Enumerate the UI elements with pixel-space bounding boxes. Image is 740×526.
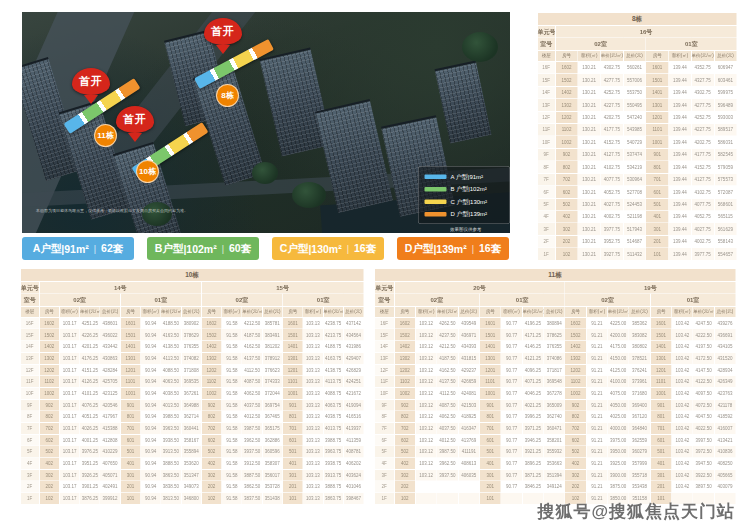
cell: 423763 [714,387,735,399]
tree [142,202,172,226]
cell: 4038.75 [323,411,343,423]
cell: 355718 [629,469,650,481]
cell: 3900.00 [608,469,629,481]
cell: 房号 [394,306,415,317]
cell: 101 [283,493,303,505]
cell: 1501 [120,329,140,341]
cell: 139.44 [669,136,692,148]
cell: 367465 [262,411,282,423]
cell: 802 [201,411,221,423]
cell: 202 [201,481,221,493]
cell: 91.58 [222,446,242,458]
cell: 424081 [458,387,479,399]
cell: 90.77 [501,446,522,458]
cell: 139.44 [669,173,692,185]
cell: 1102 [394,376,415,388]
cell: 601 [650,434,671,446]
table-row: 8F802103.124062.5041892580190.773996.253… [374,411,736,423]
cell: 501 [283,446,303,458]
cell: 4202.75 [601,111,624,123]
cell: 3971.25 [522,422,543,434]
cell: 1001 [646,136,669,148]
cell: 3988.75 [323,434,343,446]
cell: 8F [20,411,39,423]
cell: 单价(元/㎡) [80,306,100,317]
cell: 3813.50 [161,493,181,505]
cell: 3938.50 [161,434,181,446]
cell: 90.77 [501,422,522,434]
cell: 4212.50 [437,341,458,353]
cell: 802 [394,411,415,423]
table-row: 16F1602103.124262.50439549160190.774196.… [374,317,736,329]
cell: 139.44 [669,248,692,260]
cell: 4212.50 [242,317,262,329]
cell: 514687 [623,235,646,247]
cell: 103.12 [415,434,436,446]
cell: 103.17 [59,376,79,388]
cell: 139.44 [669,148,692,160]
cell: 434564 [343,329,363,341]
cell: 358201 [544,434,565,446]
cell: 总价(元) [262,306,282,317]
cell: 90.77 [501,434,522,446]
cell: 349124 [544,481,565,493]
cell: 1401 [646,86,669,98]
banner-type: B户型 [155,242,184,256]
cell: 3975.00 [608,434,629,446]
cell: 90.94 [141,317,161,329]
cell: 14F [537,86,555,98]
cell: 3838.50 [161,481,181,493]
cell: 357999 [629,458,650,470]
cell: 103.42 [672,399,693,411]
building-tower [435,60,492,143]
table-row: 11F1102103.174126.25425705110190.944063.… [20,376,364,388]
cell: 4063.75 [323,399,343,411]
cell: 4302.75 [691,86,714,98]
cell: 362886 [262,434,282,446]
cell: 7F [537,173,555,185]
unit-row: 单元号20号19号 [374,281,736,294]
cell: 总价(元) [623,50,646,61]
cell: 103.12 [415,469,436,481]
cell: 103.12 [415,364,436,376]
cell: 1501 [646,74,669,86]
table-row: 3F302130.213977.75517943301139.444027.75… [537,223,737,235]
cell: 353663 [544,458,565,470]
cell: 面积(㎡) [578,50,601,61]
cell: 总价(元) [629,306,650,317]
cell: 599975 [714,86,737,98]
cell: 3863.75 [323,493,343,505]
cell: 4200.00 [608,329,629,341]
cell: 380902 [181,317,201,329]
cell: 3921.25 [522,446,543,458]
cell: 801 [646,161,669,173]
cell: 103.13 [303,352,323,364]
cell: 4002.75 [691,235,714,247]
cell: 902 [394,399,415,411]
cell: 130.21 [578,74,601,86]
cell: 1201 [646,111,669,123]
cell: 1602 [394,317,415,329]
cell: 202 [565,481,586,493]
cell: 1502 [394,329,415,341]
page: 首开 首开 首开 11栋 10栋 8栋 A 户型|91m²B 户型|102m²C… [0,0,740,526]
cell: 139.44 [669,235,692,247]
cell: 01室 [120,294,201,307]
cell: 91.21 [586,399,607,411]
cell: 401 [650,458,671,470]
cell: 90.77 [501,481,522,493]
table-row: 7F702103.124037.5041634770190.773971.253… [374,422,736,434]
cell: 302 [201,469,221,481]
cell: 1402 [555,86,578,98]
cell: 367261 [181,387,201,399]
cell: 103.42 [672,469,693,481]
cell: 4062.50 [242,387,262,399]
unit-type-legend: A 户型|91m²B 户型|102m²C 户型|130m²D 户型|139m² [418,166,510,224]
cell: 1101 [480,376,501,388]
cell: 421672 [343,387,363,399]
cell: 527708 [623,186,646,198]
cell: 802 [39,411,59,423]
cell: 4052.75 [601,186,624,198]
cell: 302 [394,469,415,481]
cell: 101 [646,248,669,260]
